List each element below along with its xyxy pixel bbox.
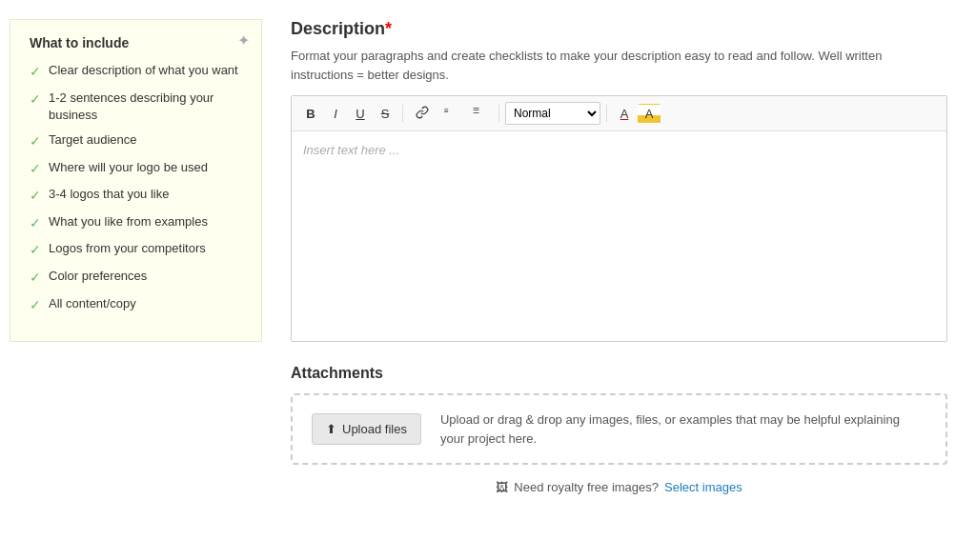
ordered-list-icon: ≡ [444,106,458,119]
upload-icon: ⬆ [326,422,336,436]
toolbar-separator-3 [606,105,607,122]
ordered-list-button[interactable]: ≡ [437,102,464,125]
checkmark-icon: ✓ [30,90,41,110]
list-item-label: Clear description of what you want [49,62,238,79]
toolbar-separator [402,105,403,122]
checkmark-icon: ✓ [30,296,41,315]
checkmark-icon: ✓ [30,241,41,260]
list-item: ✓ 1-2 sentences describing your business [30,90,242,124]
move-icon[interactable]: ✦ [237,31,250,50]
editor-toolbar: B I U S ≡ ☰ [292,96,946,131]
attachments-box: ⬆ Upload files Upload or drag & drop any… [291,393,947,465]
required-marker: * [385,19,392,38]
list-item: ✓ Color preferences [30,268,242,288]
strikethrough-button[interactable]: S [374,104,396,124]
svg-text:☰: ☰ [473,107,479,115]
toolbar-separator-2 [498,105,499,122]
checklist: ✓ Clear description of what you want ✓ 1… [30,62,242,314]
main-content: Description* Format your paragraphs and … [262,0,976,560]
font-color-button[interactable]: A [613,104,636,124]
royalty-row: 🖼 Need royalty free images? Select image… [291,480,947,494]
underline-button[interactable]: U [349,104,372,124]
unordered-list-button[interactable]: ☰ [466,102,493,125]
list-item-label: Target audience [49,131,137,149]
checkmark-icon: ✓ [30,214,41,233]
royalty-icon: 🖼 [496,480,508,494]
list-item-label: Logos from your competitors [49,240,206,257]
attachments-title: Attachments [291,365,947,382]
upload-button-label: Upload files [342,422,407,436]
font-highlight-button[interactable]: A [638,104,661,124]
list-item: ✓ Where will your logo be used [30,159,242,179]
royalty-link[interactable]: Select images [664,480,742,494]
checkmark-icon: ✓ [30,63,41,82]
unordered-list-icon: ☰ [473,106,486,119]
list-item: ✓ Logos from your competitors [30,240,242,260]
list-item-label: Color preferences [49,268,147,285]
italic-button[interactable]: I [324,104,347,124]
rich-text-editor: B I U S ≡ ☰ [291,95,947,342]
checkmark-icon: ✓ [30,269,41,288]
list-item-label: What you like from examples [49,213,208,230]
list-item: ✓ What you like from examples [30,213,242,233]
editor-body[interactable]: Insert text here ... [292,131,946,341]
description-section: Description* Format your paragraphs and … [291,19,947,342]
font-highlight-icon: A [645,107,654,121]
section-title: Description* [291,19,947,39]
upload-hint: Upload or drag & drop any images, files,… [440,410,926,448]
font-color-icon: A [620,107,629,121]
svg-text:≡: ≡ [444,107,449,115]
checkmark-icon: ✓ [30,132,41,151]
bold-button[interactable]: B [299,104,322,124]
style-select[interactable]: Normal Heading 1 Heading 2 Heading 3 Pre… [505,102,600,125]
list-item-label: 3-4 logos that you like [49,186,169,203]
link-icon [416,106,429,119]
attachments-section: Attachments ⬆ Upload files Upload or dra… [291,365,947,465]
sidebar-title: What to include [30,35,242,50]
list-item-label: 1-2 sentences describing your business [49,90,242,124]
list-item: ✓ Target audience [30,131,242,151]
list-item: ✓ Clear description of what you want [30,62,242,82]
list-item: ✓ All content/copy [30,295,242,315]
list-item-label: Where will your logo be used [49,159,208,176]
description-hint: Format your paragraphs and create checkl… [291,47,947,84]
royalty-label: Need royalty free images? [514,480,659,494]
checkmark-icon: ✓ [30,160,41,179]
link-button[interactable] [409,102,436,125]
upload-button[interactable]: ⬆ Upload files [312,413,421,445]
checkmark-icon: ✓ [30,187,41,206]
sidebar-panel: ✦ What to include ✓ Clear description of… [10,19,262,342]
list-item: ✓ 3-4 logos that you like [30,186,242,206]
list-item-label: All content/copy [49,295,136,312]
